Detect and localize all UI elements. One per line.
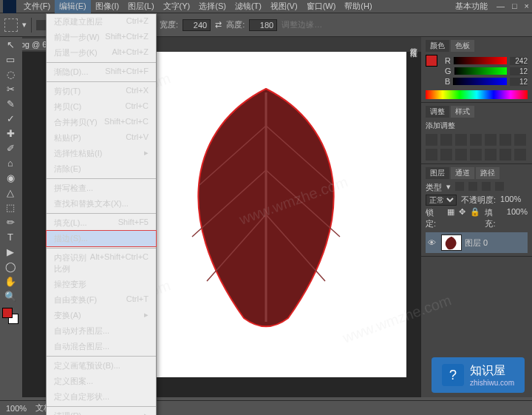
menu-item: 查找和替换文本(X)... (47, 196, 156, 212)
layer-thumbnail[interactable] (441, 235, 462, 251)
close-button[interactable]: × (525, 1, 529, 10)
layer-name[interactable]: 图层 0 (465, 237, 488, 249)
tab-swatches[interactable]: 色板 (451, 40, 474, 52)
menu-item[interactable]: 定义画笔预设(B)... (47, 358, 156, 374)
watermark-brand: ? 知识屋zhishiwu.com (432, 357, 525, 393)
g-slider[interactable] (454, 67, 507, 75)
menu-edit[interactable]: 编辑(E) (55, 0, 91, 13)
menu-item: 自动对齐图层... (47, 323, 156, 339)
tool-17[interactable]: 🔍 (0, 289, 21, 303)
refine-edge-button: 调整边缘… (282, 19, 322, 30)
zoom-level[interactable]: 100% (6, 404, 27, 413)
tab-channels[interactable]: 通道 (451, 167, 474, 179)
menu-item[interactable]: 剪切(T)Ctrl+X (47, 84, 156, 99)
brand-logo-icon: ? (442, 364, 464, 386)
layers-panel: 图层 通道 路径 类型▾ 正常 不透明度:100% 锁定: ▦ ✥ 🔒 填充:1… (421, 164, 532, 257)
menu-item[interactable]: 后退一步(K)Alt+Ctrl+Z (47, 45, 156, 61)
tool-9[interactable]: ◉ (0, 170, 21, 185)
menu-item[interactable]: 还原建立图层Ctrl+Z (47, 14, 156, 30)
tool-10[interactable]: △ (0, 185, 21, 200)
menu-image[interactable]: 图像(I) (91, 0, 123, 13)
tool-7[interactable]: ✐ (0, 141, 21, 155)
menu-filter[interactable]: 滤镜(T) (231, 0, 266, 13)
menu-item[interactable]: 变换(A)▸ (47, 308, 156, 323)
color-panel: 颜色 色板 R242 G12 B12 (421, 37, 532, 103)
menu-item[interactable]: 内容识别比例Alt+Shift+Ctrl+C (47, 250, 156, 277)
b-slider[interactable] (453, 78, 507, 85)
tool-4[interactable]: ✎ (0, 96, 21, 111)
tool-16[interactable]: ✋ (0, 274, 21, 289)
tools-panel: ↖▭◌✂✎✓✚✐⌂◉△⬚✏T▶◯✋🔍 (0, 37, 22, 330)
edit-menu-dropdown: 还原建立图层Ctrl+Z前进一步(W)Shift+Ctrl+Z后退一步(K)Al… (46, 13, 157, 415)
width-label: 宽度: (160, 19, 178, 30)
collapsed-type-panel[interactable]: 字符 段落 (406, 37, 420, 48)
tool-1[interactable]: ▭ (0, 52, 21, 67)
tool-3[interactable]: ✂ (0, 81, 21, 96)
add-adjustment-label: 添加调整 (426, 121, 528, 131)
menu-item[interactable]: 前进一步(W)Shift+Ctrl+Z (47, 30, 156, 45)
tool-11[interactable]: ⬚ (0, 200, 21, 215)
tool-13[interactable]: T (0, 229, 21, 244)
menu-window[interactable]: 窗口(W) (302, 0, 341, 13)
tool-15[interactable]: ◯ (0, 259, 21, 274)
g-value[interactable]: 12 (510, 67, 528, 75)
menu-item[interactable]: 填充(L)...Shift+F5 (47, 215, 156, 231)
menu-help[interactable]: 帮助(H) (340, 0, 376, 13)
tool-0[interactable]: ↖ (0, 37, 21, 52)
fill-value[interactable]: 100% (507, 207, 528, 229)
lock-pixels-icon[interactable]: ▦ (447, 207, 454, 229)
blend-mode-select[interactable]: 正常 (426, 195, 457, 206)
width-input[interactable]: 240 (183, 19, 211, 31)
tool-2[interactable]: ◌ (0, 67, 21, 81)
menu-item[interactable]: 定义图案... (47, 374, 156, 389)
mode-new-icon[interactable] (36, 20, 47, 30)
layer-row[interactable]: 👁 图层 0 (426, 232, 528, 253)
menu-item[interactable]: 拷贝(C)Ctrl+C (47, 99, 156, 115)
menubar: 文件(F) 编辑(E) 图像(I) 图层(L) 文字(Y) 选择(S) 滤镜(T… (0, 0, 532, 13)
menu-item: 拼写检查... (47, 180, 156, 196)
b-value[interactable]: 12 (510, 78, 528, 86)
menu-item[interactable]: 清理(R)▸ (47, 408, 156, 415)
menu-view[interactable]: 视图(V) (266, 0, 302, 13)
menu-layer[interactable]: 图层(L) (123, 0, 158, 13)
leaf-image (155, 81, 377, 333)
swap-icon[interactable]: ⇄ (215, 20, 222, 30)
app-icon (3, 0, 16, 13)
lock-position-icon[interactable]: ✥ (459, 207, 466, 229)
tab-color[interactable]: 颜色 (426, 40, 449, 52)
fg-swatch[interactable] (426, 55, 437, 67)
tool-5[interactable]: ✓ (0, 111, 21, 126)
menu-type[interactable]: 文字(Y) (159, 0, 195, 13)
opacity-value[interactable]: 100% (500, 195, 521, 206)
spectrum-bar[interactable] (426, 90, 528, 99)
menu-item: 清除(E) (47, 161, 156, 177)
menu-item[interactable]: 选择性粘贴(I)▸ (47, 146, 156, 161)
tab-layers[interactable]: 图层 (426, 167, 449, 179)
marquee-icon (4, 18, 18, 32)
tab-styles[interactable]: 样式 (451, 106, 474, 118)
visibility-icon[interactable]: 👁 (428, 238, 438, 247)
menu-item: 定义自定形状... (47, 389, 156, 405)
menu-item[interactable]: 自由变换(F)Ctrl+T (47, 292, 156, 308)
tool-12[interactable]: ✏ (0, 215, 21, 229)
menu-item[interactable]: 描边(S)... (47, 231, 156, 246)
adjustments-panel: 调整 样式 添加调整 (421, 103, 532, 164)
menu-item[interactable]: 操控变形 (47, 277, 156, 292)
tool-6[interactable]: ✚ (0, 126, 21, 141)
menu-item[interactable]: 粘贴(P)Ctrl+V (47, 130, 156, 146)
menu-item: 合并拷贝(Y)Shift+Ctrl+C (47, 115, 156, 130)
tab-paths[interactable]: 路径 (476, 167, 499, 179)
tool-14[interactable]: ▶ (0, 244, 21, 259)
menu-file[interactable]: 文件(F) (19, 0, 55, 13)
height-input[interactable]: 180 (249, 19, 277, 31)
r-slider[interactable] (454, 57, 507, 64)
maximize-button[interactable]: □ (512, 1, 517, 10)
menu-select[interactable]: 选择(S) (194, 0, 231, 13)
r-value[interactable]: 242 (510, 57, 528, 65)
tab-adjust[interactable]: 调整 (426, 106, 449, 118)
tool-8[interactable]: ⌂ (0, 155, 21, 170)
lock-all-icon[interactable]: 🔒 (470, 207, 480, 229)
fg-color[interactable] (2, 308, 13, 318)
canvas[interactable] (126, 52, 406, 377)
minimize-button[interactable]: — (497, 1, 505, 10)
